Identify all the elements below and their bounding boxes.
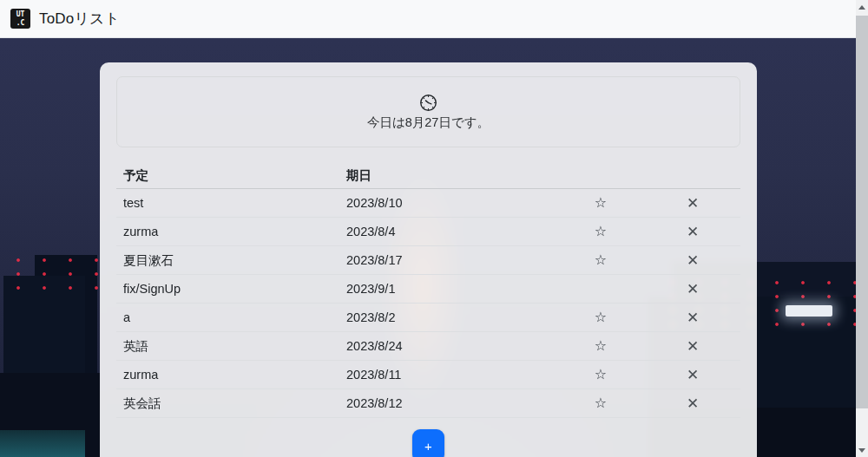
delete-icon[interactable]: ✕ (687, 253, 699, 268)
table-row: test2023/8/10☆✕ (116, 189, 740, 218)
star-icon[interactable]: ☆ (595, 253, 607, 267)
app-title: ToDoリスト (39, 9, 120, 29)
task-title: test (116, 196, 339, 210)
column-header-due: 期日 (339, 167, 556, 184)
table-header-row: 予定 期日 (116, 162, 740, 189)
star-icon[interactable]: ☆ (595, 196, 607, 210)
table-row: fix/SignUp2023/9/1✕ (116, 275, 740, 304)
table-row: zurma2023/8/4☆✕ (116, 218, 740, 246)
delete-cell: ✕ (645, 310, 740, 325)
task-title: fix/SignUp (116, 282, 339, 296)
task-title: zurma (116, 225, 339, 238)
arrow-down-icon (858, 448, 865, 453)
due-date: 2023/8/2 (339, 310, 556, 324)
add-button-area: + (116, 429, 740, 457)
table-body: test2023/8/10☆✕zurma2023/8/4☆✕夏目漱石2023/8… (116, 189, 740, 418)
delete-icon[interactable]: ✕ (687, 282, 699, 297)
due-date: 2023/8/17 (339, 253, 556, 267)
task-title: 英会話 (116, 395, 339, 412)
scrollbar-down-button[interactable] (856, 443, 868, 457)
star-cell: ☆ (556, 225, 645, 238)
scrollbar-track[interactable] (856, 0, 868, 457)
star-cell: ☆ (556, 368, 645, 382)
scrollbar-thumb[interactable] (856, 16, 868, 408)
delete-cell: ✕ (645, 282, 740, 297)
delete-icon[interactable]: ✕ (687, 225, 699, 239)
star-cell: ☆ (556, 253, 645, 267)
star-cell: ☆ (556, 339, 645, 353)
aviation-lights (5, 253, 101, 300)
navbar: UT .C ToDoリスト (0, 0, 856, 38)
column-header-task: 予定 (116, 167, 339, 184)
table-row: 英会話2023/8/12☆✕ (116, 389, 740, 418)
app-logo-icon: UT .C (10, 9, 30, 29)
add-todo-button[interactable]: + (412, 429, 444, 457)
star-icon[interactable]: ☆ (595, 310, 607, 324)
star-icon[interactable]: ☆ (595, 225, 607, 238)
due-date: 2023/8/4 (339, 225, 556, 238)
arrow-up-icon (858, 5, 865, 10)
logo-text-top: UT (16, 10, 25, 18)
logo-text-bottom: .C (16, 19, 25, 27)
todo-card: 今日は8月27日です。 予定 期日 test2023/8/10☆✕zurma20… (100, 62, 757, 457)
star-icon[interactable]: ☆ (595, 368, 607, 382)
star-icon[interactable]: ☆ (595, 396, 607, 410)
table-row: a2023/8/2☆✕ (116, 304, 740, 332)
task-title: 夏目漱石 (116, 252, 339, 269)
table-row: 英語2023/8/24☆✕ (116, 332, 740, 361)
delete-icon[interactable]: ✕ (687, 196, 699, 211)
star-cell: ☆ (556, 396, 645, 410)
delete-icon[interactable]: ✕ (687, 339, 699, 354)
task-title: a (116, 310, 339, 324)
star-icon[interactable]: ☆ (595, 339, 607, 353)
due-date: 2023/8/10 (339, 196, 556, 210)
delete-cell: ✕ (645, 396, 740, 411)
due-date: 2023/8/12 (339, 396, 556, 410)
task-title: 英語 (116, 338, 339, 355)
due-date: 2023/8/24 (339, 339, 556, 353)
delete-cell: ✕ (645, 196, 740, 211)
star-cell: ☆ (556, 310, 645, 324)
delete-cell: ✕ (645, 253, 740, 268)
app-screen: UT .C ToDoリスト 今日は8月27日です。 予定 (0, 0, 868, 457)
date-banner: 今日は8月27日です。 (116, 76, 740, 147)
delete-cell: ✕ (645, 368, 740, 382)
delete-cell: ✕ (645, 339, 740, 354)
delete-cell: ✕ (645, 225, 740, 239)
delete-icon[interactable]: ✕ (687, 368, 699, 382)
todo-table: 予定 期日 test2023/8/10☆✕zurma2023/8/4☆✕夏目漱石… (116, 162, 740, 418)
lit-area (0, 430, 85, 457)
today-message: 今日は8月27日です。 (367, 114, 490, 131)
task-title: zurma (116, 368, 339, 382)
delete-icon[interactable]: ✕ (687, 396, 699, 411)
delete-icon[interactable]: ✕ (687, 310, 699, 325)
due-date: 2023/9/1 (339, 282, 556, 296)
scrollbar-up-button[interactable] (856, 0, 868, 14)
table-row: zurma2023/8/11☆✕ (116, 361, 740, 389)
clock-icon (419, 94, 437, 112)
due-date: 2023/8/11 (339, 368, 556, 382)
star-cell: ☆ (556, 196, 645, 210)
lit-rooftop-sign (786, 305, 832, 317)
table-row: 夏目漱石2023/8/17☆✕ (116, 246, 740, 275)
